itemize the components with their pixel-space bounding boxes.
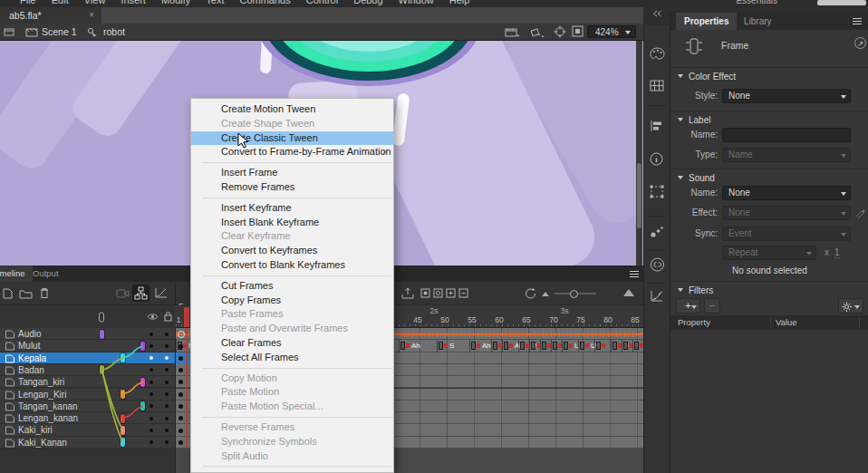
mouth-keyframe[interactable] xyxy=(622,340,632,352)
menu-text[interactable]: Text xyxy=(206,0,224,5)
section-filters[interactable]: Filters xyxy=(670,281,868,296)
add-filter-button[interactable]: + xyxy=(676,298,700,314)
mouth-keyframe[interactable] xyxy=(551,340,562,352)
insert-frame-icon[interactable] xyxy=(446,288,456,298)
brush-library-icon[interactable] xyxy=(650,225,664,238)
graph-editor-icon[interactable] xyxy=(154,287,168,299)
remove-frames-icon[interactable] xyxy=(458,288,468,298)
layer-visibility-dot[interactable] xyxy=(149,333,153,336)
mouth-keyframe-s[interactable]: S xyxy=(437,340,454,352)
close-tab-icon[interactable]: × xyxy=(89,7,94,24)
parenting-pill[interactable] xyxy=(121,353,125,362)
parenting-pill[interactable] xyxy=(100,330,104,339)
transform-icon[interactable] xyxy=(650,185,664,198)
layer-lock-dot[interactable] xyxy=(165,404,169,408)
layer-row-lengan-kiri[interactable]: Lengan_Kiri xyxy=(0,389,175,401)
stage-vertical-scrollbar[interactable] xyxy=(636,41,642,265)
sound-name-dropdown[interactable]: None xyxy=(722,186,851,200)
keyframe-marker[interactable] xyxy=(178,392,183,397)
label-name-input[interactable] xyxy=(722,128,851,142)
clip-content-icon[interactable] xyxy=(572,25,583,37)
context-menu-item-remove-frames[interactable]: Remove Frames xyxy=(191,180,393,195)
zoom-level-dropdown[interactable]: 424% xyxy=(587,25,636,38)
layer-row-badan[interactable]: Badan xyxy=(0,364,175,376)
remove-filter-button[interactable]: − xyxy=(704,298,720,314)
layer-lock-dot[interactable] xyxy=(165,344,169,348)
scrollbar-handle[interactable] xyxy=(637,163,641,228)
layer-row-tangan-kiri[interactable]: Tangan_kiri xyxy=(0,376,175,388)
parenting-pill[interactable] xyxy=(140,401,145,410)
context-menu-item-actions[interactable]: Actions xyxy=(191,469,393,473)
keyframe-marker[interactable] xyxy=(178,356,183,361)
style-dropdown[interactable]: None xyxy=(722,89,851,103)
context-menu-item-create-classic-tween[interactable]: Create Classic Tween xyxy=(191,131,393,146)
titlebar-search-field[interactable] xyxy=(817,0,866,5)
parenting-pill[interactable] xyxy=(140,342,145,351)
breadcrumb-symbol[interactable]: robot xyxy=(103,26,125,37)
tab-output[interactable]: Output xyxy=(25,265,66,282)
paint-bucket-icon[interactable] xyxy=(529,26,545,38)
collapse-panels-icon[interactable] xyxy=(652,10,662,17)
layer-lock-dot[interactable] xyxy=(165,333,169,336)
mouth-keyframe[interactable] xyxy=(491,340,502,352)
context-menu-item-insert-keyframe[interactable]: Insert Keyframe xyxy=(191,201,393,216)
context-menu-item-cut-frames[interactable]: Cut Frames xyxy=(191,279,393,294)
layer-visibility-dot[interactable] xyxy=(149,392,153,396)
workspace-switcher[interactable]: Essentials xyxy=(736,0,777,5)
layer-lock-dot[interactable] xyxy=(165,356,169,360)
swatches-icon[interactable] xyxy=(650,80,664,92)
layer-lock-dot[interactable] xyxy=(165,381,169,384)
empty-keyframe-marker[interactable] xyxy=(178,331,185,338)
layer-row-audio[interactable]: Audio xyxy=(0,328,175,340)
layer-lock-dot[interactable] xyxy=(165,392,169,396)
layer-visibility-dot[interactable] xyxy=(149,440,153,444)
insert-blank-keyframe-icon[interactable] xyxy=(433,288,443,298)
align-icon[interactable] xyxy=(650,120,663,132)
context-menu-item-select-all-frames[interactable]: Select All Frames xyxy=(191,351,393,365)
layer-lock-dot[interactable] xyxy=(165,417,169,420)
section-color-effect[interactable]: Color Effect xyxy=(670,67,868,82)
layer-visibility-dot[interactable] xyxy=(149,417,153,420)
layer-row-lengan-kanan[interactable]: Lengan_kanan xyxy=(0,412,175,424)
context-menu-item-insert-frame[interactable]: Insert Frame xyxy=(191,166,393,180)
keyframe-marker[interactable] xyxy=(178,440,183,445)
layer-visibility-dot[interactable] xyxy=(149,381,153,384)
mouth-keyframe-ah[interactable]: Ah xyxy=(399,340,420,352)
center-stage-icon[interactable] xyxy=(554,25,566,38)
tab-properties[interactable]: Properties xyxy=(676,13,737,30)
layer-visibility-dot[interactable] xyxy=(149,429,153,432)
context-menu-item-convert-to-blank-keyframes[interactable]: Convert to Blank Keyframes xyxy=(191,258,393,273)
layer-lock-dot[interactable] xyxy=(165,368,169,372)
menu-control[interactable]: Control xyxy=(306,0,338,5)
parenting-pill[interactable] xyxy=(140,378,145,387)
document-tab[interactable]: ab5.fla* × xyxy=(0,7,101,24)
camera-clapper-icon[interactable] xyxy=(505,26,520,38)
menu-commands[interactable]: Commands xyxy=(239,0,290,5)
camera-icon[interactable] xyxy=(116,288,130,298)
breadcrumb-scene[interactable]: Scene 1 xyxy=(42,26,77,37)
timeline-panel-menu-icon[interactable] xyxy=(629,270,640,278)
layer-row-tangan-kanan[interactable]: Tangan_kanan xyxy=(0,401,175,412)
new-layer-icon[interactable] xyxy=(2,288,14,299)
layer-visibility-dot[interactable] xyxy=(149,344,153,348)
layer-lock-dot[interactable] xyxy=(165,429,169,432)
mouth-keyframe[interactable] xyxy=(632,340,643,352)
parenting-pill[interactable] xyxy=(121,414,125,423)
help-link-icon[interactable]: ↗ xyxy=(854,37,866,49)
cc-libraries-icon[interactable] xyxy=(650,257,665,272)
layer-lock-dot[interactable] xyxy=(165,440,169,444)
section-label[interactable]: Label xyxy=(670,111,868,126)
layer-row-mulut[interactable]: Mulut xyxy=(0,340,175,352)
menu-debug[interactable]: Debug xyxy=(353,0,382,5)
context-menu-item-create-motion-tween[interactable]: Create Motion Tween xyxy=(191,102,393,117)
timeline-zoom-out-icon[interactable] xyxy=(541,290,550,297)
parenting-view-icon[interactable] xyxy=(132,285,149,302)
context-menu-item-copy-frames[interactable]: Copy Frames xyxy=(191,294,393,308)
timeline-zoom-slider-knob[interactable] xyxy=(570,290,578,298)
layer-row-kepala[interactable]: Kepala xyxy=(0,352,175,364)
mouth-keyframe-ah[interactable]: Ah xyxy=(469,340,491,352)
parenting-pill[interactable] xyxy=(121,390,125,399)
layer-visibility-dot[interactable] xyxy=(149,368,153,372)
menu-view[interactable]: View xyxy=(84,0,106,5)
keyframe-marker[interactable] xyxy=(178,344,183,349)
